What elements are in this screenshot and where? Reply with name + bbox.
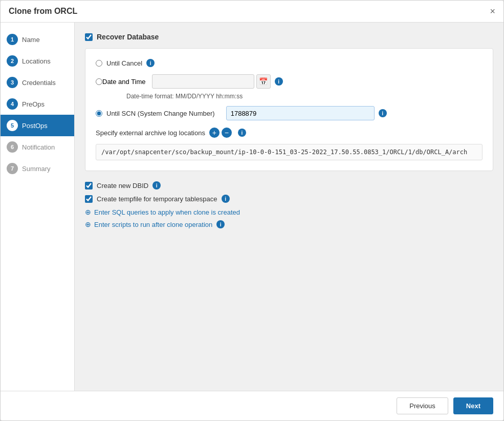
create-dbid-row: Create new DBID i — [85, 181, 493, 190]
recover-database-section: Recover Database — [85, 33, 493, 41]
recover-database-checkbox[interactable] — [85, 33, 93, 41]
until-cancel-label: Until Cancel — [106, 59, 142, 67]
step-num-5: 5 — [7, 120, 18, 131]
date-time-info-icon[interactable]: i — [275, 77, 283, 86]
create-dbid-checkbox[interactable] — [85, 182, 93, 190]
sidebar-label-credentials: Credentials — [22, 79, 56, 87]
create-tempfile-row: Create tempfile for temporary tablespace… — [85, 195, 493, 203]
expand-sql-icon: ⊕ — [85, 208, 91, 216]
close-button[interactable]: × — [490, 7, 495, 16]
step-num-7: 7 — [7, 163, 18, 174]
enter-scripts-row[interactable]: ⊕ Enter scripts to run after clone opera… — [85, 220, 493, 228]
create-dbid-info-icon[interactable]: i — [152, 181, 161, 190]
modal-container: Clone from ORCL × 1 Name 2 Locations 3 C… — [0, 0, 504, 421]
scn-row: Until SCN (System Change Number) i — [96, 106, 483, 120]
sidebar-label-summary: Summary — [22, 165, 51, 173]
add-archive-button[interactable]: + — [209, 128, 220, 138]
create-tempfile-label: Create tempfile for temporary tablespace — [97, 195, 217, 203]
modal-body: 1 Name 2 Locations 3 Credentials 4 PreOp… — [1, 23, 503, 391]
recover-database-label[interactable]: Recover Database — [85, 33, 159, 41]
enter-scripts-link[interactable]: Enter scripts to run after clone operati… — [94, 221, 212, 228]
archive-info-icon[interactable]: i — [238, 129, 246, 137]
sidebar-label-name: Name — [22, 36, 40, 44]
enter-sql-link[interactable]: Enter SQL queries to apply when clone is… — [94, 208, 240, 216]
date-time-row: Date and Time 📅 i — [96, 74, 483, 89]
bottom-options: Create new DBID i Create tempfile for te… — [85, 181, 493, 233]
until-cancel-radio[interactable] — [96, 60, 102, 67]
archive-path-display: /var/opt/snapcenter/sco/backup_mount/ip-… — [96, 144, 483, 160]
previous-button[interactable]: Previous — [397, 397, 448, 414]
until-scn-label: Until SCN (System Change Number) — [106, 110, 215, 117]
modal-title: Clone from ORCL — [9, 7, 77, 16]
sidebar-label-locations: Locations — [22, 57, 51, 65]
scn-input[interactable] — [226, 106, 375, 120]
archive-label: Specify external archive log locations — [96, 129, 205, 137]
sidebar: 1 Name 2 Locations 3 Credentials 4 PreOp… — [1, 23, 75, 391]
next-button[interactable]: Next — [453, 397, 493, 414]
create-dbid-label: Create new DBID — [97, 182, 148, 190]
step-num-3: 3 — [7, 77, 18, 88]
expand-scripts-icon: ⊕ — [85, 220, 91, 228]
date-format-hint: Date-time format: MM/DD/YYYY hh:mm:ss — [126, 93, 483, 100]
step-num-4: 4 — [7, 98, 18, 110]
date-time-input[interactable] — [152, 74, 254, 89]
sidebar-item-postops[interactable]: 5 PostOps — [1, 115, 74, 136]
archive-row: Specify external archive log locations +… — [96, 128, 483, 138]
sidebar-item-credentials[interactable]: 3 Credentials — [1, 72, 74, 93]
create-tempfile-checkbox[interactable] — [85, 195, 93, 203]
sidebar-item-preops[interactable]: 4 PreOps — [1, 93, 74, 115]
sidebar-item-locations[interactable]: 2 Locations — [1, 50, 74, 72]
remove-archive-button[interactable]: − — [222, 128, 232, 138]
step-num-1: 1 — [7, 34, 18, 45]
date-time-radio[interactable] — [96, 78, 102, 85]
sidebar-item-summary[interactable]: 7 Summary — [1, 158, 74, 179]
modal-header: Clone from ORCL × — [1, 1, 503, 23]
until-cancel-info-icon[interactable]: i — [146, 59, 155, 67]
sidebar-item-name[interactable]: 1 Name — [1, 29, 74, 50]
sidebar-item-notification[interactable]: 6 Notification — [1, 136, 74, 158]
sidebar-label-preops: PreOps — [22, 100, 45, 108]
enter-scripts-info-icon[interactable]: i — [216, 220, 225, 228]
step-num-2: 2 — [7, 55, 18, 67]
until-scn-radio[interactable] — [96, 110, 102, 117]
calendar-button[interactable]: 📅 — [256, 74, 271, 89]
scn-info-icon[interactable]: i — [379, 109, 387, 117]
until-cancel-row: Until Cancel i — [96, 59, 483, 67]
enter-sql-row[interactable]: ⊕ Enter SQL queries to apply when clone … — [85, 208, 493, 216]
sidebar-label-postops: PostOps — [22, 122, 48, 130]
modal-footer: Previous Next — [1, 391, 503, 420]
recovery-options-box: Until Cancel i Date and Time 📅 i Date-ti… — [85, 48, 493, 171]
create-tempfile-info-icon[interactable]: i — [222, 195, 230, 203]
step-num-6: 6 — [7, 141, 18, 153]
date-time-label: Date and Time — [102, 78, 146, 86]
main-content: Recover Database Until Cancel i Date and… — [75, 23, 503, 391]
sidebar-label-notification: Notification — [22, 143, 55, 151]
